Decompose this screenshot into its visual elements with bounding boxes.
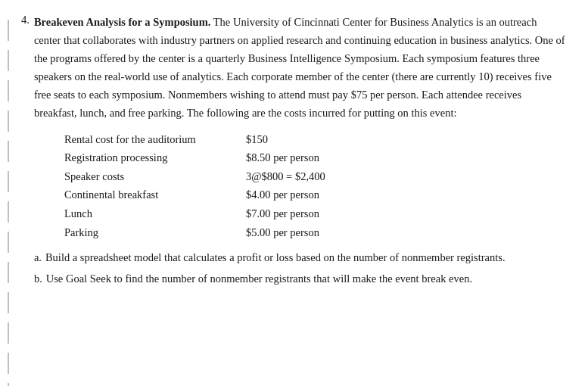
- margin-line: [8, 232, 9, 253]
- costs-values: $150 $8.50 per person 3@$800 = $2,400 $4…: [246, 130, 397, 242]
- cost-value: $150: [246, 130, 397, 149]
- cost-row: Parking: [64, 223, 246, 242]
- margin-line: [8, 171, 9, 192]
- sub-item-a: a. Build a spreadsheet model that calcul…: [34, 249, 565, 267]
- cost-value: $5.00 per person: [246, 223, 397, 242]
- margin-line: [8, 50, 9, 71]
- cost-value: 3@$800 = $2,400: [246, 167, 397, 186]
- problem-body: Breakeven Analysis for a Symposium. The …: [34, 14, 565, 291]
- margin-line: [8, 322, 9, 344]
- problem-intro: The University of Cincinnati Center for …: [34, 16, 565, 119]
- margin-line: [8, 201, 9, 223]
- cost-row: Speaker costs: [64, 167, 246, 186]
- sub-items: a. Build a spreadsheet model that calcul…: [34, 249, 565, 288]
- cost-value: $4.00 per person: [246, 185, 397, 204]
- margin-line: [8, 353, 9, 374]
- margin-line: [8, 80, 9, 101]
- sub-item-b-label: b.: [34, 270, 42, 288]
- number-label: 4.: [21, 14, 30, 26]
- cost-row: Rental cost for the auditorium: [64, 130, 246, 149]
- margin-line: [8, 20, 9, 41]
- problem-paragraph: Breakeven Analysis for a Symposium. The …: [34, 14, 565, 123]
- margin-line: [8, 383, 9, 386]
- sub-item-a-label: a.: [34, 249, 42, 267]
- costs-labels: Rental cost for the auditorium Registrat…: [64, 130, 246, 242]
- problem-number: 4. Breakeven Analysis for a Symposium. T…: [21, 14, 565, 291]
- content-area: 4. Breakeven Analysis for a Symposium. T…: [21, 14, 573, 291]
- sub-item-b: b. Use Goal Seek to find the number of n…: [34, 270, 565, 288]
- margin-line: [8, 292, 9, 313]
- margin-line: [8, 111, 9, 132]
- problem-title: Breakeven Analysis for a Symposium.: [34, 16, 211, 28]
- cost-value: $8.50 per person: [246, 148, 397, 167]
- margin-line: [8, 262, 9, 283]
- page-container: 4. Breakeven Analysis for a Symposium. T…: [0, 14, 588, 291]
- sub-item-a-text: Build a spreadsheet model that calculate…: [45, 249, 565, 267]
- margin-line: [8, 141, 9, 162]
- cost-row: Registration processing: [64, 148, 246, 167]
- cost-value: $7.00 per person: [246, 204, 397, 223]
- costs-table: Rental cost for the auditorium Registrat…: [64, 130, 565, 242]
- sub-item-b-text: Use Goal Seek to find the number of nonm…: [46, 270, 565, 288]
- cost-row: Lunch: [64, 204, 246, 223]
- cost-row: Continental breakfast: [64, 185, 246, 204]
- margin-lines: [0, 14, 14, 291]
